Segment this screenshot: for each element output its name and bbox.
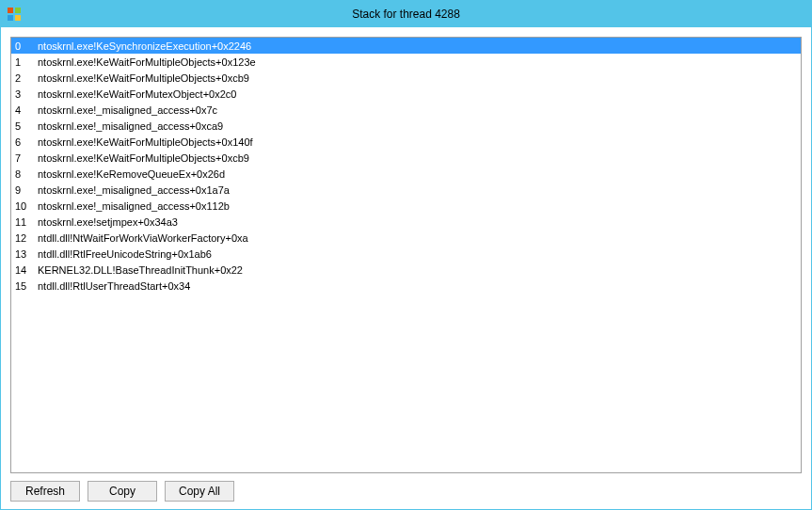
refresh-button[interactable]: Refresh xyxy=(10,481,80,502)
stack-index: 8 xyxy=(11,166,34,182)
stack-window: Stack for thread 4288 0ntoskrnl.exe!KeSy… xyxy=(0,0,812,510)
stack-row[interactable]: 8ntoskrnl.exe!KeRemoveQueueEx+0x26d xyxy=(11,166,801,182)
stack-symbol: ntoskrnl.exe!KeSynchronizeExecution+0x22… xyxy=(34,38,801,54)
stack-index: 5 xyxy=(11,118,34,134)
stack-index: 4 xyxy=(11,102,34,118)
stack-index: 3 xyxy=(11,86,34,102)
stack-row[interactable]: 6ntoskrnl.exe!KeWaitForMultipleObjects+0… xyxy=(11,134,801,150)
stack-row[interactable]: 13ntdll.dll!RtlFreeUnicodeString+0x1ab6 xyxy=(11,246,801,262)
stack-symbol: ntoskrnl.exe!KeWaitForMultipleObjects+0x… xyxy=(34,54,801,70)
stack-row[interactable]: 15ntdll.dll!RtlUserThreadStart+0x34 xyxy=(11,278,801,294)
stack-row[interactable]: 3ntoskrnl.exe!KeWaitForMutexObject+0x2c0 xyxy=(11,86,801,102)
stack-symbol: ntoskrnl.exe!_misaligned_access+0xca9 xyxy=(34,118,801,134)
stack-symbol: ntoskrnl.exe!KeWaitForMultipleObjects+0x… xyxy=(34,134,801,150)
stack-symbol: ntdll.dll!RtlFreeUnicodeString+0x1ab6 xyxy=(34,246,801,262)
stack-index: 15 xyxy=(11,278,34,294)
stack-symbol: ntoskrnl.exe!_misaligned_access+0x112b xyxy=(34,198,801,214)
stack-index: 1 xyxy=(11,54,34,70)
stack-index: 7 xyxy=(11,150,34,166)
stack-symbol: ntoskrnl.exe!_misaligned_access+0x7c xyxy=(34,102,801,118)
stack-index: 0 xyxy=(11,38,34,54)
stack-index: 12 xyxy=(11,230,34,246)
stack-row[interactable]: 1ntoskrnl.exe!KeWaitForMultipleObjects+0… xyxy=(11,54,801,70)
stack-index: 10 xyxy=(11,198,34,214)
stack-symbol: ntoskrnl.exe!KeWaitForMutexObject+0x2c0 xyxy=(34,86,801,102)
stack-symbol: ntdll.dll!NtWaitForWorkViaWorkerFactory+… xyxy=(34,230,801,246)
svg-rect-1 xyxy=(15,8,21,13)
stack-table: 0ntoskrnl.exe!KeSynchronizeExecution+0x2… xyxy=(11,38,801,294)
app-icon xyxy=(7,7,22,22)
stack-row[interactable]: 4ntoskrnl.exe!_misaligned_access+0x7c xyxy=(11,102,801,118)
copy-all-button[interactable]: Copy All xyxy=(165,481,234,502)
stack-index: 9 xyxy=(11,182,34,198)
stack-index: 2 xyxy=(11,70,34,86)
stack-symbol: ntoskrnl.exe!_misaligned_access+0x1a7a xyxy=(34,182,801,198)
svg-rect-2 xyxy=(8,15,13,21)
stack-index: 14 xyxy=(11,262,34,278)
stack-row[interactable]: 2ntoskrnl.exe!KeWaitForMultipleObjects+0… xyxy=(11,70,801,86)
button-bar: Refresh Copy Copy All xyxy=(10,473,802,502)
copy-button[interactable]: Copy xyxy=(88,481,157,502)
stack-row[interactable]: 11ntoskrnl.exe!setjmpex+0x34a3 xyxy=(11,214,801,230)
titlebar[interactable]: Stack for thread 4288 xyxy=(1,1,811,27)
stack-row[interactable]: 10ntoskrnl.exe!_misaligned_access+0x112b xyxy=(11,198,801,214)
stack-listview[interactable]: 0ntoskrnl.exe!KeSynchronizeExecution+0x2… xyxy=(10,37,802,473)
stack-row[interactable]: 9ntoskrnl.exe!_misaligned_access+0x1a7a xyxy=(11,182,801,198)
stack-row[interactable]: 14KERNEL32.DLL!BaseThreadInitThunk+0x22 xyxy=(11,262,801,278)
stack-index: 6 xyxy=(11,134,34,150)
stack-symbol: ntoskrnl.exe!KeRemoveQueueEx+0x26d xyxy=(34,166,801,182)
stack-symbol: KERNEL32.DLL!BaseThreadInitThunk+0x22 xyxy=(34,262,801,278)
stack-symbol: ntoskrnl.exe!setjmpex+0x34a3 xyxy=(34,214,801,230)
stack-symbol: ntdll.dll!RtlUserThreadStart+0x34 xyxy=(34,278,801,294)
stack-row[interactable]: 12ntdll.dll!NtWaitForWorkViaWorkerFactor… xyxy=(11,230,801,246)
content-area: 0ntoskrnl.exe!KeSynchronizeExecution+0x2… xyxy=(1,27,811,509)
stack-index: 11 xyxy=(11,214,34,230)
svg-rect-3 xyxy=(15,15,21,21)
stack-symbol: ntoskrnl.exe!KeWaitForMultipleObjects+0x… xyxy=(34,150,801,166)
stack-row[interactable]: 5ntoskrnl.exe!_misaligned_access+0xca9 xyxy=(11,118,801,134)
stack-row[interactable]: 7ntoskrnl.exe!KeWaitForMultipleObjects+0… xyxy=(11,150,801,166)
window-title: Stack for thread 4288 xyxy=(352,8,460,21)
stack-index: 13 xyxy=(11,246,34,262)
stack-row[interactable]: 0ntoskrnl.exe!KeSynchronizeExecution+0x2… xyxy=(11,38,801,54)
svg-rect-0 xyxy=(8,8,13,13)
stack-symbol: ntoskrnl.exe!KeWaitForMultipleObjects+0x… xyxy=(34,70,801,86)
